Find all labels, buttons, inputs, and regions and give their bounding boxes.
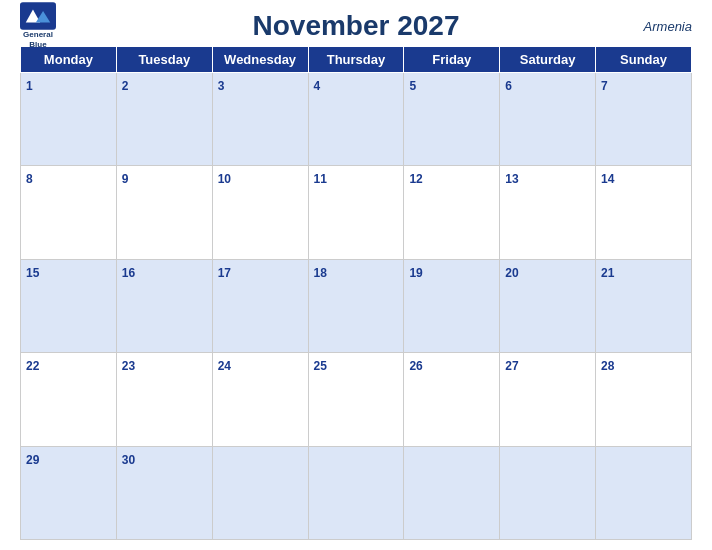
- svg-rect-0: [20, 3, 56, 30]
- date-number: 21: [601, 266, 614, 280]
- date-number: 16: [122, 266, 135, 280]
- calendar-cell: 19: [404, 259, 500, 352]
- weekday-header: Sunday: [596, 47, 692, 73]
- calendar-cell: [308, 446, 404, 539]
- date-number: 25: [314, 359, 327, 373]
- weekday-header: Tuesday: [116, 47, 212, 73]
- date-number: 12: [409, 172, 422, 186]
- date-number: 2: [122, 79, 129, 93]
- date-number: 5: [409, 79, 416, 93]
- date-number: 6: [505, 79, 512, 93]
- date-number: 9: [122, 172, 129, 186]
- calendar-cell: 23: [116, 353, 212, 446]
- logo-text: GeneralBlue: [23, 30, 53, 49]
- logo: GeneralBlue: [20, 2, 56, 49]
- date-number: 23: [122, 359, 135, 373]
- calendar-cell: [404, 446, 500, 539]
- date-number: 28: [601, 359, 614, 373]
- month-title: November 2027: [252, 10, 459, 42]
- date-number: 11: [314, 172, 327, 186]
- date-number: 17: [218, 266, 231, 280]
- calendar-cell: 27: [500, 353, 596, 446]
- calendar-cell: 11: [308, 166, 404, 259]
- weekday-header-row: MondayTuesdayWednesdayThursdayFridaySatu…: [21, 47, 692, 73]
- calendar-cell: 25: [308, 353, 404, 446]
- calendar-cell: 1: [21, 73, 117, 166]
- date-number: 8: [26, 172, 33, 186]
- date-number: 7: [601, 79, 608, 93]
- calendar-cell: [596, 446, 692, 539]
- calendar-cell: 13: [500, 166, 596, 259]
- calendar-cell: 3: [212, 73, 308, 166]
- top-bar: GeneralBlue November 2027 Armenia: [20, 10, 692, 42]
- calendar-cell: 12: [404, 166, 500, 259]
- date-number: 10: [218, 172, 231, 186]
- calendar-cell: 7: [596, 73, 692, 166]
- calendar-cell: 9: [116, 166, 212, 259]
- weekday-header: Saturday: [500, 47, 596, 73]
- weekday-header: Thursday: [308, 47, 404, 73]
- calendar-cell: 28: [596, 353, 692, 446]
- calendar-week-row: 22232425262728: [21, 353, 692, 446]
- calendar-cell: 2: [116, 73, 212, 166]
- country-label: Armenia: [644, 19, 692, 34]
- calendar-week-row: 15161718192021: [21, 259, 692, 352]
- calendar-cell: 15: [21, 259, 117, 352]
- calendar-cell: 30: [116, 446, 212, 539]
- calendar-cell: 5: [404, 73, 500, 166]
- calendar-week-row: 2930: [21, 446, 692, 539]
- calendar-cell: 14: [596, 166, 692, 259]
- calendar-cell: 16: [116, 259, 212, 352]
- date-number: 27: [505, 359, 518, 373]
- weekday-header: Friday: [404, 47, 500, 73]
- calendar-cell: [500, 446, 596, 539]
- date-number: 19: [409, 266, 422, 280]
- calendar-cell: 22: [21, 353, 117, 446]
- weekday-header: Monday: [21, 47, 117, 73]
- date-number: 15: [26, 266, 39, 280]
- calendar-cell: 29: [21, 446, 117, 539]
- date-number: 18: [314, 266, 327, 280]
- date-number: 26: [409, 359, 422, 373]
- calendar-cell: 20: [500, 259, 596, 352]
- date-number: 4: [314, 79, 321, 93]
- date-number: 22: [26, 359, 39, 373]
- calendar-cell: 26: [404, 353, 500, 446]
- weekday-header: Wednesday: [212, 47, 308, 73]
- calendar-cell: 8: [21, 166, 117, 259]
- date-number: 1: [26, 79, 33, 93]
- calendar-cell: 18: [308, 259, 404, 352]
- date-number: 30: [122, 453, 135, 467]
- calendar-cell: 10: [212, 166, 308, 259]
- calendar-week-row: 891011121314: [21, 166, 692, 259]
- date-number: 20: [505, 266, 518, 280]
- calendar-cell: 21: [596, 259, 692, 352]
- calendar-week-row: 1234567: [21, 73, 692, 166]
- date-number: 13: [505, 172, 518, 186]
- date-number: 29: [26, 453, 39, 467]
- date-number: 24: [218, 359, 231, 373]
- calendar-cell: 17: [212, 259, 308, 352]
- calendar-cell: 6: [500, 73, 596, 166]
- date-number: 3: [218, 79, 225, 93]
- calendar-cell: [212, 446, 308, 539]
- date-number: 14: [601, 172, 614, 186]
- calendar: MondayTuesdayWednesdayThursdayFridaySatu…: [20, 46, 692, 540]
- calendar-cell: 4: [308, 73, 404, 166]
- calendar-cell: 24: [212, 353, 308, 446]
